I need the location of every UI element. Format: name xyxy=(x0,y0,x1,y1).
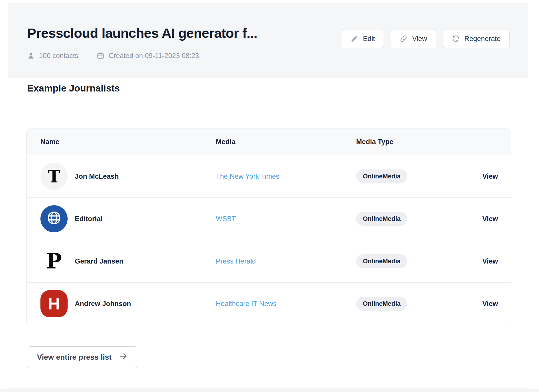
avatar-letter: P xyxy=(46,251,62,272)
journalists-table: Name Media Media Type T Jon McLeash The … xyxy=(26,128,511,325)
media-type-cell: OnlineMedia xyxy=(356,254,453,268)
wsbt-globe-avatar xyxy=(40,205,68,232)
row-view-link[interactable]: View xyxy=(482,215,498,223)
media-cell: Press Herald xyxy=(216,257,356,265)
person-icon xyxy=(27,52,35,59)
regenerate-button-label: Regenerate xyxy=(464,35,501,43)
healthcare-it-news-h-avatar: H xyxy=(40,290,68,317)
media-type-badge: OnlineMedia xyxy=(356,297,407,311)
card-header: Presscloud launches AI generator f... 10… xyxy=(8,3,528,78)
created-date-label: Created on 09-11-2023 08:23 xyxy=(109,52,199,60)
view-button-label: View xyxy=(412,35,427,43)
media-link[interactable]: Healthcare IT News xyxy=(216,300,276,307)
column-header-name: Name xyxy=(27,138,216,146)
name-cell: T Jon McLeash xyxy=(27,163,216,190)
media-type-badge: OnlineMedia xyxy=(356,254,407,268)
media-type-cell: OnlineMedia xyxy=(356,212,453,226)
media-cell: The New York Times xyxy=(216,172,356,180)
action-cell: View xyxy=(453,300,511,308)
journalist-name: Gerard Jansen xyxy=(75,257,123,265)
journalist-name: Andrew Johnson xyxy=(75,300,131,308)
page-bottom-strip xyxy=(0,389,539,392)
press-herald-blackletter-p-avatar: P xyxy=(40,248,68,275)
media-link[interactable]: The New York Times xyxy=(216,172,279,180)
name-cell: Editorial xyxy=(27,205,216,232)
edit-button[interactable]: Edit xyxy=(342,29,384,48)
view-press-list-label: View entire press list xyxy=(37,353,111,362)
action-cell: View xyxy=(453,257,511,265)
edit-button-label: Edit xyxy=(363,35,375,43)
media-cell: WSBT xyxy=(216,215,356,223)
regenerate-button[interactable]: Regenerate xyxy=(443,29,510,48)
journalist-name: Editorial xyxy=(75,215,103,223)
table-row: P Gerard Jansen Press Herald OnlineMedia… xyxy=(27,240,511,282)
media-type-badge: OnlineMedia xyxy=(356,169,407,183)
view-press-list-button[interactable]: View entire press list xyxy=(27,346,138,368)
view-button[interactable]: View xyxy=(391,29,436,48)
media-link[interactable]: WSBT xyxy=(216,215,236,223)
section-title: Example Journalists xyxy=(27,83,120,94)
table-row: H Andrew Johnson Healthcare IT News Onli… xyxy=(27,282,511,325)
page-title: Presscloud launches AI generator f... xyxy=(27,25,257,41)
row-view-link[interactable]: View xyxy=(482,257,498,265)
media-link[interactable]: Press Herald xyxy=(216,257,256,265)
press-release-card: Presscloud launches AI generator f... 10… xyxy=(8,3,528,389)
refresh-icon xyxy=(452,35,460,42)
journalist-name: Jon McLeash xyxy=(75,172,119,180)
link-icon xyxy=(400,35,407,42)
arrow-right-icon xyxy=(118,352,128,363)
media-cell: Healthcare IT News xyxy=(216,300,356,308)
calendar-icon xyxy=(97,52,104,59)
header-buttons: Edit View Regenerate xyxy=(342,29,510,48)
globe-icon xyxy=(46,210,62,227)
media-type-badge: OnlineMedia xyxy=(356,212,407,226)
name-cell: H Andrew Johnson xyxy=(27,290,216,317)
row-view-link[interactable]: View xyxy=(482,300,498,307)
contacts-count-label: 100 contacts xyxy=(39,52,78,60)
action-cell: View xyxy=(453,172,511,180)
column-header-media: Media xyxy=(216,138,356,146)
avatar-letter: T xyxy=(48,168,61,185)
table-row: Editorial WSBT OnlineMedia View xyxy=(27,197,511,240)
column-header-media-type: Media Type xyxy=(356,138,453,146)
table-header-row: Name Media Media Type xyxy=(27,128,511,155)
meta-row: 100 contacts Created on 09-11-2023 08:23 xyxy=(27,52,199,60)
pencil-icon xyxy=(351,35,358,42)
media-type-cell: OnlineMedia xyxy=(356,169,453,183)
created-date: Created on 09-11-2023 08:23 xyxy=(97,52,199,60)
contacts-count: 100 contacts xyxy=(27,52,78,60)
avatar-letter: H xyxy=(48,295,60,312)
nyt-blackletter-t-avatar: T xyxy=(40,163,68,190)
table-row: T Jon McLeash The New York Times OnlineM… xyxy=(27,155,511,197)
media-type-cell: OnlineMedia xyxy=(356,297,453,311)
row-view-link[interactable]: View xyxy=(482,172,498,180)
name-cell: P Gerard Jansen xyxy=(27,248,216,275)
action-cell: View xyxy=(453,215,511,223)
